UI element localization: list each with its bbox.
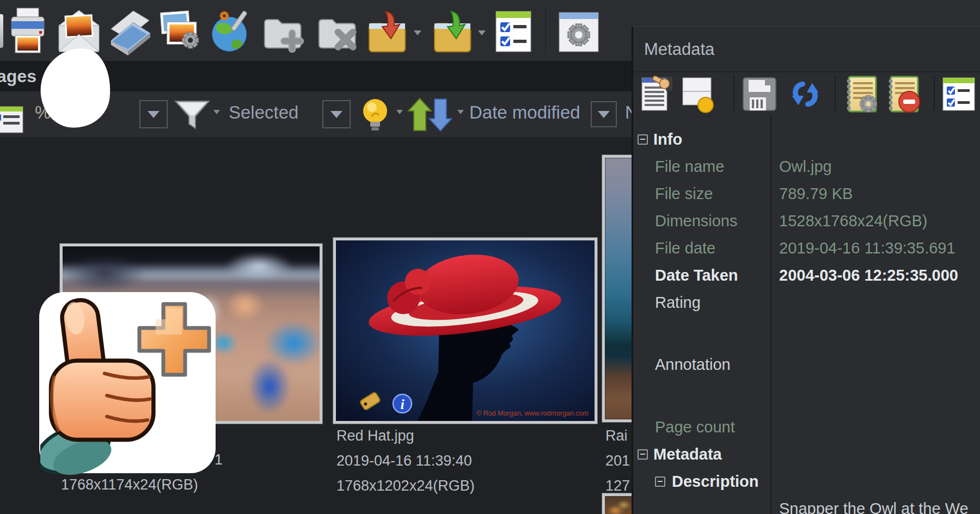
zoom-dropdown[interactable] — [139, 100, 168, 128]
settings-icon[interactable] — [555, 9, 602, 55]
metadata-valueonly-row[interactable]: Snapper the Owl at the We — [633, 495, 980, 514]
thumbnail-runners-dimensions: 1768x1174x24(RGB) — [61, 476, 198, 493]
scan-icon[interactable] — [106, 9, 152, 55]
metadata-field-label: Annotation — [655, 356, 770, 374]
metadata-field-value: Owl.jpg — [779, 158, 832, 176]
metadata-field-row[interactable]: Annotation — [633, 351, 980, 378]
metadata-field-row[interactable]: File nameOwl.jpg — [633, 153, 980, 180]
metadata-field-row[interactable]: Date Taken2004-03-06 12:25:35.000 — [633, 262, 980, 289]
metadata-panel-title: Metadata — [644, 40, 714, 59]
metadata-section-row[interactable]: Info — [633, 126, 980, 153]
metadata-field-label: File size — [655, 185, 770, 203]
metadata-panel-titlebar[interactable]: Metadata — [633, 27, 980, 72]
metadata-toolbar-separator — [835, 76, 836, 110]
thumbnail-red-hat-dimensions: 1768x1202x24(RGB) — [336, 478, 475, 494]
filter-funnel-icon[interactable] — [174, 99, 210, 133]
edit-metadata-icon[interactable] — [638, 75, 677, 114]
filter-dropdown[interactable] — [322, 100, 351, 128]
metadata-field-row[interactable]: Rating — [633, 289, 980, 316]
red-hat-image: i © Rod Morgan, www.rodmorgan.com — [336, 240, 595, 421]
metadata-rows: InfoFile nameOwl.jpgFile size789.79 KBDi… — [633, 126, 980, 514]
delete-folder-icon[interactable] — [314, 9, 360, 55]
move-to-folder-dropdown[interactable] — [414, 30, 421, 35]
copy-to-folder-dropdown[interactable] — [478, 30, 486, 35]
metadata-field-label: Dimensions — [655, 212, 770, 230]
metadata-field-row[interactable]: File size789.79 KB — [633, 180, 980, 207]
print-icon[interactable] — [4, 9, 51, 55]
metadata-section-label: Info — [653, 131, 785, 148]
lightbulb-icon[interactable] — [359, 98, 391, 134]
metadata-toolbar-separator — [733, 76, 734, 110]
refresh-metadata-icon[interactable] — [786, 75, 825, 114]
metadata-toolbar-separator — [934, 76, 935, 110]
metadata-field-row[interactable]: Dimensions1528x1768x24(RGB) — [633, 207, 980, 234]
tab-images[interactable]: ages — [0, 66, 36, 86]
metadata-field-label: File date — [655, 239, 770, 257]
comment-icon[interactable] — [678, 75, 717, 114]
copy-to-folder-icon[interactable] — [429, 9, 476, 55]
metadata-checklist-icon[interactable] — [939, 75, 978, 114]
move-to-folder-icon[interactable] — [364, 9, 411, 55]
plus-icon — [133, 298, 216, 382]
metadata-panel: Metadata — [632, 26, 980, 514]
collapse-icon[interactable] — [655, 476, 665, 487]
metadata-field-value: Snapper the Owl at the We — [779, 500, 969, 514]
metadata-toolbar — [633, 72, 980, 116]
metadata-section-label: Description — [672, 473, 781, 491]
sort-asc-desc-icon[interactable] — [407, 97, 453, 135]
filter-value-label[interactable]: Selected — [229, 102, 298, 123]
image-credit: © Rod Morgan, www.rodmorgan.com — [476, 410, 589, 417]
funnel-dropdown[interactable] — [213, 110, 220, 114]
metadata-settings-icon[interactable] — [842, 75, 881, 114]
thumbnail-partial-filename-fragment: Rai — [605, 428, 628, 444]
thumbnail-runners-date-fragment: 1 — [215, 451, 223, 468]
add-selection-cursor — [39, 292, 216, 473]
remove-metadata-icon[interactable] — [885, 75, 924, 114]
thumbnail-partial-date-fragment: 201 — [605, 453, 630, 469]
thumbnail-red-hat-date: 2019-04-16 11:39:40 — [336, 453, 472, 469]
toolbar-separator — [546, 8, 547, 53]
metadata-spacer-row — [633, 316, 980, 351]
metadata-field-label: Date Taken — [655, 267, 770, 284]
metadata-field-label: Page count — [655, 418, 770, 436]
collapse-icon[interactable] — [638, 449, 648, 460]
svg-text:i: i — [400, 397, 405, 412]
collapse-icon[interactable] — [638, 134, 648, 145]
metadata-field-value: 789.79 KB — [779, 185, 853, 203]
metadata-spacer2-row — [633, 378, 980, 413]
web-publish-icon[interactable] — [208, 9, 255, 55]
thumbnail-red-hat-filename: Red Hat.jpg — [336, 428, 414, 444]
sort-dropdown[interactable] — [457, 110, 464, 114]
view-list-icon[interactable] — [0, 106, 24, 136]
metadata-section-label: Metadata — [653, 445, 785, 463]
metadata-field-row[interactable]: File date2019-04-16 11:39:35.691 — [633, 234, 980, 262]
sort-field-dropdown[interactable] — [591, 101, 617, 127]
metadata-field-label: File name — [655, 158, 770, 176]
batch-convert-icon[interactable] — [157, 9, 204, 55]
clipped-icon-sliver — [0, 14, 3, 48]
thumbnail-partial-dimensions-fragment: 127 — [605, 478, 630, 494]
batch-checklist-icon[interactable] — [490, 9, 537, 55]
metadata-field-label: Rating — [655, 294, 770, 312]
app-window: ages % 75% Selected Date modified Na 1 1… — [0, 0, 980, 514]
metadata-section-row[interactable]: Metadata — [633, 441, 980, 468]
sort-field-label[interactable]: Date modified — [469, 102, 580, 123]
new-folder-icon[interactable] — [259, 9, 306, 55]
metadata-field-row[interactable]: Page count — [633, 413, 980, 441]
metadata-subsection-row[interactable]: Description — [633, 468, 980, 495]
lightbulb-dropdown[interactable] — [396, 110, 403, 114]
metadata-field-value: 1528x1768x24(RGB) — [779, 212, 927, 230]
metadata-field-value: 2004-03-06 12:25:35.000 — [779, 267, 958, 284]
save-metadata-icon[interactable] — [740, 75, 779, 114]
metadata-field-value: 2019-04-16 11:39:35.691 — [779, 239, 955, 257]
thumbnail-red-hat[interactable]: i © Rod Morgan, www.rodmorgan.com — [333, 238, 597, 424]
metadata-body: InfoFile nameOwl.jpgFile size789.79 KBDi… — [633, 116, 980, 514]
